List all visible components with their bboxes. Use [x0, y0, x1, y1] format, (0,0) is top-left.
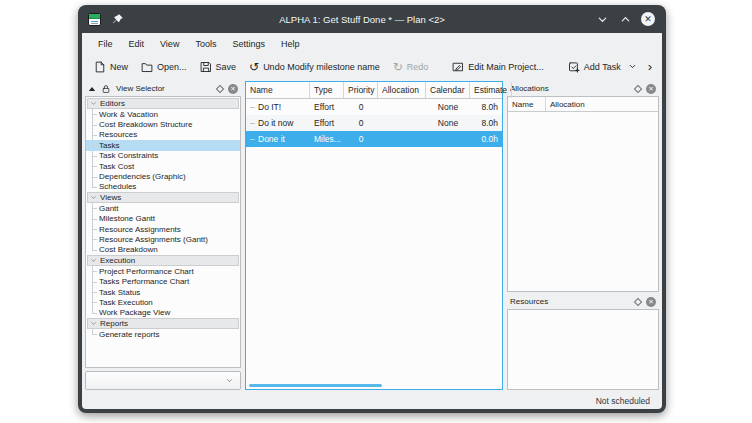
tree-group-editors[interactable]: Editors	[87, 98, 239, 109]
float-panel-icon[interactable]	[216, 84, 224, 92]
sidebar-item-dependencies-graphic[interactable]: Dependencies (Graphic)	[86, 171, 240, 181]
column-header-name[interactable]: Name	[508, 97, 546, 111]
tree-group-reports[interactable]: Reports	[87, 318, 239, 329]
save-button[interactable]: Save	[194, 58, 243, 76]
toolbar-overflow-button[interactable]: ›	[644, 59, 656, 74]
allocations-dock: Allocations ✕ Name Allocation	[507, 81, 659, 292]
save-button-label: Save	[216, 62, 237, 72]
sidebar-item-resources[interactable]: Resources	[86, 130, 240, 140]
resources-dock: Resources ✕	[507, 294, 659, 390]
allocations-table-header: Name Allocation	[508, 97, 658, 112]
sidebar-item-schedules[interactable]: Schedules	[86, 182, 240, 192]
folder-icon	[141, 61, 153, 73]
sidebar-item-resource-assignments[interactable]: Resource Assignments	[86, 224, 240, 234]
titlebar[interactable]: ALPHA 1: Get Stuff Done * — Plan <2> ✕	[78, 5, 666, 33]
add-task-label: Add Task	[584, 62, 621, 72]
chevron-down-icon	[90, 257, 97, 264]
app-icon	[88, 13, 101, 26]
sidebar-item-tasks-performance-chart[interactable]: Tasks Performance Chart	[86, 276, 240, 286]
column-header-allocation[interactable]: Allocation	[378, 82, 426, 98]
add-task-icon	[568, 61, 580, 73]
column-header-name[interactable]: Name	[246, 82, 310, 98]
task-row[interactable]: Do IT! Effort 0 None 8.0h	[246, 99, 502, 115]
tree-group-views[interactable]: Views	[87, 192, 239, 203]
sidebar-item-gantt[interactable]: Gantt	[86, 203, 240, 213]
collapse-triangle-icon[interactable]	[88, 85, 96, 93]
column-header-calendar[interactable]: Calendar	[426, 82, 470, 98]
sidebar-item-generate-reports[interactable]: Generate reports	[86, 329, 240, 339]
sidebar-item-cost-breakdown-structure[interactable]: Cost Breakdown Structure	[86, 119, 240, 129]
task-row[interactable]: Do it now Effort 0 None 8.0h	[246, 115, 502, 131]
tree-group-label: Views	[100, 193, 121, 202]
undo-button[interactable]: ↺ Undo Modify milestone name	[243, 59, 386, 75]
tree-branch-line	[250, 123, 255, 124]
add-task-button[interactable]: Add Task	[562, 58, 643, 76]
float-panel-icon[interactable]	[634, 84, 642, 92]
schedule-combobox[interactable]	[85, 371, 241, 390]
menu-help[interactable]: Help	[273, 36, 308, 52]
close-button[interactable]: ✕	[640, 11, 656, 27]
window-title: ALPHA 1: Get Stuff Done * — Plan <2>	[138, 14, 586, 25]
allocations-header: Allocations ✕	[507, 81, 659, 96]
chevron-down-icon	[225, 376, 234, 385]
pin-icon[interactable]	[110, 11, 126, 27]
sidebar-item-task-status[interactable]: Task Status	[86, 287, 240, 297]
resources-header: Resources ✕	[507, 294, 659, 309]
column-header-estimate[interactable]: Estimate	[470, 82, 512, 98]
statusbar: Not scheduled	[82, 392, 662, 409]
view-selector-dock: View Selector ✕ Editors Work & Vacation …	[85, 81, 241, 390]
close-panel-icon[interactable]: ✕	[646, 297, 656, 307]
horizontal-scrollbar[interactable]	[249, 384, 382, 387]
minimize-button[interactable]	[594, 11, 610, 27]
menu-edit[interactable]: Edit	[121, 36, 153, 52]
chevron-down-icon	[628, 62, 637, 71]
sidebar-item-milestone-gantt[interactable]: Milestone Gantt	[86, 214, 240, 224]
tree-branch-line	[250, 139, 255, 140]
maximize-button[interactable]	[617, 11, 633, 27]
column-header-allocation[interactable]: Allocation	[546, 97, 585, 111]
edit-main-project-label: Edit Main Project...	[468, 62, 544, 72]
close-panel-icon[interactable]: ✕	[646, 84, 656, 94]
chevron-down-icon	[90, 320, 97, 327]
allocations-title: Allocations	[510, 84, 549, 93]
main-toolbar: New Open... Save ↺ Undo Modify milestone…	[82, 54, 662, 79]
resources-list	[507, 309, 659, 390]
column-header-priority[interactable]: Priority	[344, 82, 378, 98]
undo-icon: ↺	[249, 62, 259, 72]
sidebar-item-work-package-view[interactable]: Work Package View	[86, 308, 240, 318]
plan-app-window: ALPHA 1: Get Stuff Done * — Plan <2> ✕ F…	[78, 5, 666, 413]
menu-view[interactable]: View	[152, 36, 187, 52]
redo-button[interactable]: ↻ Redo	[387, 59, 435, 75]
new-document-icon	[94, 61, 106, 73]
undo-button-label: Undo Modify milestone name	[263, 62, 380, 72]
tree-branch-line	[250, 107, 255, 108]
sidebar-item-resource-assignments-gantt[interactable]: Resource Assignments (Gantt)	[86, 234, 240, 244]
edit-main-project-button[interactable]: Edit Main Project...	[446, 58, 550, 76]
column-header-type[interactable]: Type	[310, 82, 344, 98]
open-button-label: Open...	[157, 62, 187, 72]
task-row-selected[interactable]: Done it Miles... 0 0.0h	[246, 131, 502, 147]
sidebar-item-work-vacation[interactable]: Work & Vacation	[86, 109, 240, 119]
new-button[interactable]: New	[88, 58, 134, 76]
lock-icon	[101, 84, 111, 94]
sidebar-item-task-cost[interactable]: Task Cost	[86, 161, 240, 171]
tree-group-label: Reports	[100, 319, 128, 328]
schedule-status-text: Not scheduled	[596, 396, 650, 406]
sidebar-item-project-performance-chart[interactable]: Project Performance Chart	[86, 266, 240, 276]
sidebar-item-cost-breakdown[interactable]: Cost Breakdown	[86, 245, 240, 255]
sidebar-item-tasks[interactable]: Tasks	[86, 140, 240, 150]
open-button[interactable]: Open...	[135, 58, 193, 76]
sidebar-item-task-constraints[interactable]: Task Constraints	[86, 151, 240, 161]
tree-group-execution[interactable]: Execution	[87, 255, 239, 266]
menu-file[interactable]: File	[90, 36, 121, 52]
float-panel-icon[interactable]	[634, 297, 642, 305]
sidebar-item-task-execution[interactable]: Task Execution	[86, 297, 240, 307]
redo-icon: ↻	[393, 62, 403, 72]
chevron-down-icon	[90, 194, 97, 201]
chevron-down-icon	[90, 100, 97, 107]
save-icon	[200, 61, 212, 73]
menu-tools[interactable]: Tools	[187, 36, 224, 52]
close-panel-icon[interactable]: ✕	[228, 84, 238, 94]
menu-settings[interactable]: Settings	[224, 36, 273, 52]
menubar: File Edit View Tools Settings Help	[82, 33, 662, 54]
